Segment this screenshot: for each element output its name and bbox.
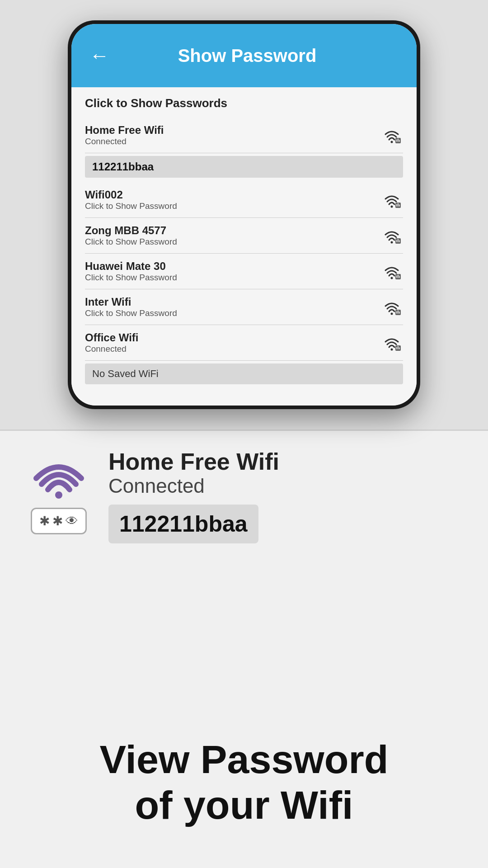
wifi-detail-name: Home Free Wifi xyxy=(108,449,465,475)
svg-point-4 xyxy=(391,241,393,244)
wifi-signal-big-icon xyxy=(32,453,86,500)
wifi-name-inter: Inter Wifi xyxy=(85,296,380,308)
big-title-line1: View Password xyxy=(99,737,388,782)
section-title: Click to Show Passwords xyxy=(85,96,403,110)
wifi-detail-row: ✱ ✱ 👁 Home Free Wifi Connected 112211bba… xyxy=(23,449,465,543)
wifi-status-wifi002: Click to Show Password xyxy=(85,201,380,211)
svg-point-2 xyxy=(391,206,393,208)
wifi-name-office: Office Wifi xyxy=(85,331,380,344)
bottom-detail-section: ✱ ✱ 👁 Home Free Wifi Connected 112211bba… xyxy=(0,429,488,696)
wifi-detail-text: Home Free Wifi Connected 112211bbaa xyxy=(108,449,465,543)
wifi-icon-home xyxy=(380,124,403,146)
wifi-name-home: Home Free Wifi xyxy=(85,124,380,137)
phone-section: ← Show Password Click to Show Passwords … xyxy=(0,0,488,429)
big-title-line2: of your Wifi xyxy=(135,783,353,827)
big-title-section: View Password of your Wifi xyxy=(0,696,488,868)
svg-point-10 xyxy=(391,349,393,351)
wifi-detail-password: 112211bbaa xyxy=(108,505,258,543)
wifi-status-home: Connected xyxy=(85,137,380,146)
password-badge: ✱ ✱ 👁 xyxy=(31,508,87,534)
wifi-name-wifi002: Wifi002 xyxy=(85,189,380,201)
wifi-password-home: 112211bbaa xyxy=(85,156,403,178)
phone-screen: ← Show Password Click to Show Passwords … xyxy=(71,24,417,406)
wifi-info-huawei: Huawei Mate 30 Click to Show Password xyxy=(85,260,380,283)
wifi-icon-zong xyxy=(380,224,403,247)
svg-point-8 xyxy=(391,313,393,315)
wifi-status-inter: Click to Show Password xyxy=(85,308,380,318)
wifi-item-office[interactable]: Office Wifi Connected xyxy=(85,325,403,361)
app-header: ← Show Password xyxy=(71,24,417,87)
svg-point-6 xyxy=(391,277,393,279)
eye-icon: 👁 xyxy=(66,514,78,528)
wifi-icon-inter xyxy=(380,296,403,318)
asterisk-icon2: ✱ xyxy=(52,514,63,528)
page-title: Show Password xyxy=(123,46,371,66)
wifi-icon-office xyxy=(380,331,403,354)
wifi-icon-huawei xyxy=(380,260,403,283)
wifi-detail-status: Connected xyxy=(108,475,465,497)
svg-point-0 xyxy=(391,141,393,143)
wifi-icon-wifi002 xyxy=(380,189,403,211)
wifi-item-huawei[interactable]: Huawei Mate 30 Click to Show Password xyxy=(85,254,403,289)
wifi-item-inter[interactable]: Inter Wifi Click to Show Password xyxy=(85,289,403,325)
app-content: Click to Show Passwords Home Free Wifi C… xyxy=(71,87,417,406)
back-button[interactable]: ← xyxy=(89,44,109,67)
no-saved-wifi: No Saved WiFi xyxy=(85,363,403,384)
wifi-item-zong[interactable]: Zong MBB 4577 Click to Show Password xyxy=(85,218,403,254)
svg-point-12 xyxy=(55,491,62,499)
wifi-info-office: Office Wifi Connected xyxy=(85,331,380,354)
wifi-info-home: Home Free Wifi Connected xyxy=(85,124,380,146)
wifi-info-wifi002: Wifi002 Click to Show Password xyxy=(85,189,380,211)
big-title: View Password of your Wifi xyxy=(99,736,388,828)
asterisk-icon: ✱ xyxy=(39,514,50,528)
wifi-status-huawei: Click to Show Password xyxy=(85,273,380,283)
wifi-status-office: Connected xyxy=(85,344,380,354)
wifi-item-wifi002[interactable]: Wifi002 Click to Show Password xyxy=(85,182,403,218)
wifi-info-inter: Inter Wifi Click to Show Password xyxy=(85,296,380,318)
wifi-name-huawei: Huawei Mate 30 xyxy=(85,260,380,273)
wifi-name-zong: Zong MBB 4577 xyxy=(85,224,380,237)
phone-frame: ← Show Password Click to Show Passwords … xyxy=(68,20,420,409)
wifi-info-zong: Zong MBB 4577 Click to Show Password xyxy=(85,224,380,247)
wifi-status-zong: Click to Show Password xyxy=(85,237,380,247)
wifi-item-home[interactable]: Home Free Wifi Connected xyxy=(85,118,403,153)
wifi-detail-icons: ✱ ✱ 👁 xyxy=(23,453,95,534)
